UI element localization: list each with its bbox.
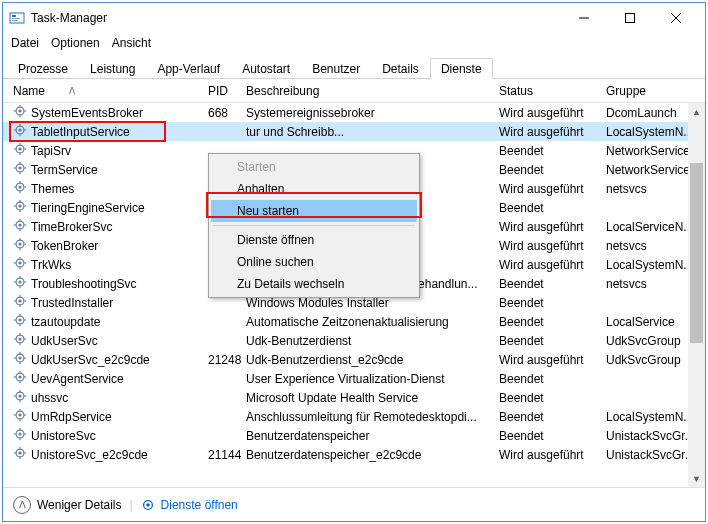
header-description[interactable]: Beschreibung — [246, 84, 499, 98]
header-group[interactable]: Gruppe — [606, 84, 705, 98]
sort-indicator-icon: ᐱ — [69, 86, 75, 96]
tab-processes[interactable]: Prozesse — [7, 58, 79, 79]
svg-point-105 — [18, 413, 21, 416]
service-description: Automatische Zeitzonenaktualisierung — [246, 315, 499, 329]
service-group: LocalSystemN... — [606, 410, 701, 424]
svg-point-69 — [18, 299, 21, 302]
minimize-button[interactable] — [561, 3, 607, 33]
service-group: NetworkService — [606, 163, 701, 177]
service-gear-icon — [13, 104, 27, 121]
service-description: Udk-Benutzerdienst — [246, 334, 499, 348]
service-row[interactable]: tzautoupdateAutomatische Zeitzonenaktual… — [3, 312, 705, 331]
vertical-scrollbar[interactable]: ▲ ▼ — [688, 103, 705, 487]
service-name: uhssvc — [31, 391, 68, 405]
service-gear-icon — [13, 313, 27, 330]
svg-point-123 — [146, 503, 150, 507]
svg-point-111 — [18, 432, 21, 435]
svg-point-117 — [18, 451, 21, 454]
context-menu-item: Starten — [211, 156, 417, 178]
service-name: UdkUserSvc_e2c9cde — [31, 353, 150, 367]
service-row[interactable]: UdkUserSvcUdk-BenutzerdienstBeendetUdkSv… — [3, 331, 705, 350]
service-row[interactable]: UnistoreSvc_e2c9cde21144Benutzerdatenspe… — [3, 445, 705, 464]
header-status[interactable]: Status — [499, 84, 606, 98]
footer: ᐱ Weniger Details | Dienste öffnen — [3, 487, 705, 521]
service-name: UmRdpService — [31, 410, 112, 424]
service-name: tzautoupdate — [31, 315, 100, 329]
service-row[interactable]: UevAgentServiceUser Experience Virtualiz… — [3, 369, 705, 388]
menu-view[interactable]: Ansicht — [112, 36, 151, 50]
scroll-thumb[interactable] — [690, 163, 703, 343]
service-name: UdkUserSvc — [31, 334, 98, 348]
context-menu-item[interactable]: Neu starten — [211, 200, 417, 222]
svg-point-33 — [18, 185, 21, 188]
service-pid: 21144 — [208, 448, 246, 462]
service-row[interactable]: TabletInputServicetur und Schreibb...Wir… — [3, 122, 705, 141]
header-pid[interactable]: PID — [208, 84, 246, 98]
tab-performance[interactable]: Leistung — [79, 58, 146, 79]
service-gear-icon — [13, 199, 27, 216]
close-button[interactable] — [653, 3, 699, 33]
titlebar: Task-Manager — [3, 3, 705, 33]
tab-app-history[interactable]: App-Verlauf — [146, 58, 231, 79]
svg-rect-3 — [12, 20, 18, 21]
service-description: User Experience Virtualization-Dienst — [246, 372, 499, 386]
context-menu-item[interactable]: Dienste öffnen — [211, 229, 417, 251]
service-gear-icon — [13, 351, 27, 368]
gear-icon — [141, 498, 155, 512]
menu-options[interactable]: Optionen — [51, 36, 100, 50]
service-row[interactable]: UnistoreSvcBenutzerdatenspeicherBeendetU… — [3, 426, 705, 445]
service-description: Udk-Benutzerdienst_e2c9cde — [246, 353, 499, 367]
service-status: Beendet — [499, 277, 606, 291]
service-status: Wird ausgeführt — [499, 106, 606, 120]
service-name: UnistoreSvc_e2c9cde — [31, 448, 148, 462]
service-status: Wird ausgeführt — [499, 239, 606, 253]
svg-point-15 — [18, 128, 21, 131]
service-pid: 21248 — [208, 353, 246, 367]
header-name[interactable]: Nameᐱ — [13, 84, 208, 98]
svg-point-57 — [18, 261, 21, 264]
svg-point-9 — [18, 109, 21, 112]
service-name: TrustedInstaller — [31, 296, 113, 310]
service-description: Microsoft Update Health Service — [246, 391, 499, 405]
service-status: Beendet — [499, 163, 606, 177]
service-status: Wird ausgeführt — [499, 448, 606, 462]
tab-startup[interactable]: Autostart — [231, 58, 301, 79]
fewer-details-button[interactable]: ᐱ Weniger Details — [13, 496, 121, 514]
context-menu-item[interactable]: Online suchen — [211, 251, 417, 273]
service-status: Beendet — [499, 315, 606, 329]
service-gear-icon — [13, 180, 27, 197]
service-group: netsvcs — [606, 239, 701, 253]
maximize-button[interactable] — [607, 3, 653, 33]
service-row[interactable]: uhssvcMicrosoft Update Health ServiceBee… — [3, 388, 705, 407]
service-status: Beendet — [499, 201, 606, 215]
service-gear-icon — [13, 142, 27, 159]
context-menu-item[interactable]: Zu Details wechseln — [211, 273, 417, 295]
scroll-down-button[interactable]: ▼ — [688, 470, 705, 487]
service-row[interactable]: SystemEventsBroker668Systemereignissebro… — [3, 103, 705, 122]
service-status: Beendet — [499, 144, 606, 158]
service-name: TimeBrokerSvc — [31, 220, 113, 234]
scroll-up-button[interactable]: ▲ — [688, 103, 705, 120]
tab-users[interactable]: Benutzer — [301, 58, 371, 79]
service-row[interactable]: UdkUserSvc_e2c9cde21248Udk-Benutzerdiens… — [3, 350, 705, 369]
service-name: Themes — [31, 182, 74, 196]
service-gear-icon — [13, 332, 27, 349]
context-menu-item[interactable]: Anhalten — [211, 178, 417, 200]
service-row[interactable]: UmRdpServiceAnschlussumleitung für Remot… — [3, 407, 705, 426]
service-group: LocalService — [606, 315, 701, 329]
service-gear-icon — [13, 294, 27, 311]
service-name: TieringEngineService — [31, 201, 145, 215]
menu-file[interactable]: Datei — [11, 36, 39, 50]
service-pid: 668 — [208, 106, 246, 120]
service-group: NetworkService — [606, 144, 701, 158]
service-name: TroubleshootingSvc — [31, 277, 137, 291]
open-services-link[interactable]: Dienste öffnen — [141, 498, 238, 512]
tab-details[interactable]: Details — [371, 58, 430, 79]
tab-services[interactable]: Dienste — [430, 58, 493, 79]
service-description: tur und Schreibb... — [246, 125, 499, 139]
service-status: Beendet — [499, 334, 606, 348]
app-icon — [9, 10, 25, 26]
service-name: TermService — [31, 163, 98, 177]
service-gear-icon — [13, 275, 27, 292]
service-gear-icon — [13, 427, 27, 444]
